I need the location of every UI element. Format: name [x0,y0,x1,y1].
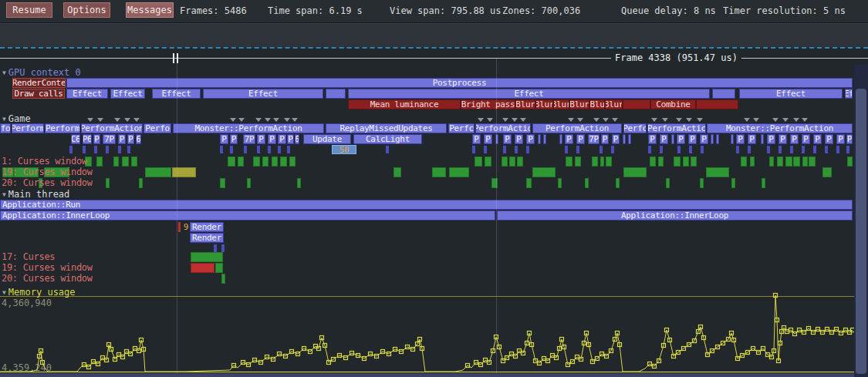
zone-box[interactable]: P [677,134,685,144]
collapsed-zones-marker-icon[interactable] [97,118,103,122]
zone-box[interactable]: P [118,134,126,144]
section-game-thread[interactable]: ▼Game [2,113,31,124]
zone-box[interactable] [449,167,469,177]
collapsed-zones-marker-icon[interactable] [512,118,518,122]
zone-box[interactable] [761,134,764,144]
section-memory-usage[interactable]: ▼Memory usage [2,287,76,298]
zone-box[interactable]: Perfc [623,123,647,133]
zone-box[interactable] [611,146,614,153]
zone-box[interactable] [214,244,217,252]
zone-box[interactable] [69,146,73,153]
collapsed-zones-marker-icon[interactable] [265,118,271,122]
frames-overview[interactable] [0,23,868,48]
zone-box[interactable]: P [484,134,492,144]
zone-box[interactable] [606,157,612,167]
zone-box[interactable]: Blur [515,99,535,109]
zone-box[interactable] [700,178,704,188]
zone-box[interactable] [502,157,508,167]
zone-box[interactable]: Effect [110,89,145,99]
zone-box[interactable] [777,157,783,167]
collapsed-zones-marker-icon[interactable] [686,118,692,122]
zone-box[interactable]: Perfc [448,123,475,133]
zone-box[interactable] [599,146,603,153]
zone-box[interactable] [809,157,816,167]
zone-box[interactable]: P [220,134,228,144]
zone-box[interactable]: PerformAction [81,123,143,133]
collapsed-zones-marker-icon[interactable] [676,118,682,122]
zone-box[interactable] [94,146,97,153]
zone-box[interactable] [616,178,620,188]
zone-box[interactable] [543,134,546,144]
zone-box[interactable] [228,157,235,167]
collapsed-zones-marker-icon[interactable] [593,118,599,122]
zone-box[interactable]: PerformAction [532,123,622,133]
zone-box[interactable]: P [503,134,512,144]
zone-box[interactable] [731,178,735,188]
zone-box[interactable] [83,146,86,153]
zone-box[interactable] [671,134,674,144]
zone-box[interactable] [178,222,181,232]
zone-box[interactable] [658,157,664,167]
zone-box[interactable] [689,146,692,153]
zone-box[interactable]: P [601,134,609,144]
zone-box[interactable] [272,157,278,167]
zone-box[interactable] [538,134,541,144]
zone-box[interactable] [485,157,491,167]
zone-box[interactable]: Application::Run [0,200,853,210]
zone-box[interactable]: Render [190,222,224,232]
collapsed-zones-marker-icon[interactable] [782,118,789,122]
messages-button[interactable]: Messages [126,2,174,18]
zone-box[interactable]: Perfo [144,123,171,133]
zone-box[interactable] [576,146,579,153]
zone-box[interactable] [139,178,143,188]
collapsed-zones-marker-icon[interactable] [662,118,668,122]
zone-box[interactable] [677,146,681,153]
zone-box[interactable] [769,157,774,167]
collapsed-zones-marker-icon[interactable] [502,118,508,122]
zone-box[interactable] [648,146,651,153]
zone-box[interactable]: Effect [66,89,108,99]
zone-box[interactable]: P [287,134,294,144]
zone-box[interactable]: Monster::PerformAction [707,123,853,133]
zone-box[interactable]: 9 [183,222,189,232]
zone-box[interactable]: P [515,134,523,144]
zone-box[interactable]: P [576,134,585,144]
zone-box[interactable]: P [565,134,573,144]
zone-box[interactable]: P [278,134,286,144]
zone-box[interactable]: P6 [83,134,92,144]
zone-box[interactable] [386,146,389,153]
zone-box[interactable] [484,146,487,153]
zone-box[interactable]: P [700,134,708,144]
collapsed-zones-marker-icon[interactable] [651,118,657,122]
zone-box[interactable] [257,146,260,153]
zone-box[interactable] [262,157,269,167]
zone-box[interactable]: P [268,134,276,144]
zone-box[interactable]: P [660,134,668,144]
zone-box[interactable]: P [93,134,100,144]
zone-box[interactable] [280,157,287,167]
zone-box[interactable] [96,157,103,167]
collapsed-zones-marker-icon[interactable] [744,118,750,122]
zone-box[interactable]: Application::InnerLoop [0,210,495,220]
zone-box[interactable] [592,157,598,167]
section-gpu-context[interactable]: ▼GPU context 0 [2,67,81,78]
zone-box[interactable] [712,89,735,99]
options-button[interactable]: Options [63,2,110,18]
zone-box[interactable] [767,146,770,153]
zone-box[interactable]: Render [190,233,224,243]
zone-box[interactable] [847,157,853,167]
collapsed-zones-marker-icon[interactable] [133,118,140,122]
collapsed-zones-marker-icon[interactable] [292,118,298,122]
zone-box[interactable] [532,167,556,177]
zone-box[interactable] [778,146,782,153]
zone-box[interactable] [558,178,562,188]
zone-box[interactable] [515,146,518,153]
zone-box[interactable]: P [813,134,822,144]
collapsed-zones-marker-icon[interactable] [520,118,526,122]
frame-label[interactable]: Frame 4338 (951.47 us) [611,53,741,63]
zone-box[interactable] [122,157,129,167]
zone-box[interactable] [846,146,849,153]
collapsed-zones-marker-icon[interactable] [255,118,262,122]
zone-box[interactable]: Draw calls [12,89,65,99]
zone-box[interactable] [509,157,515,167]
